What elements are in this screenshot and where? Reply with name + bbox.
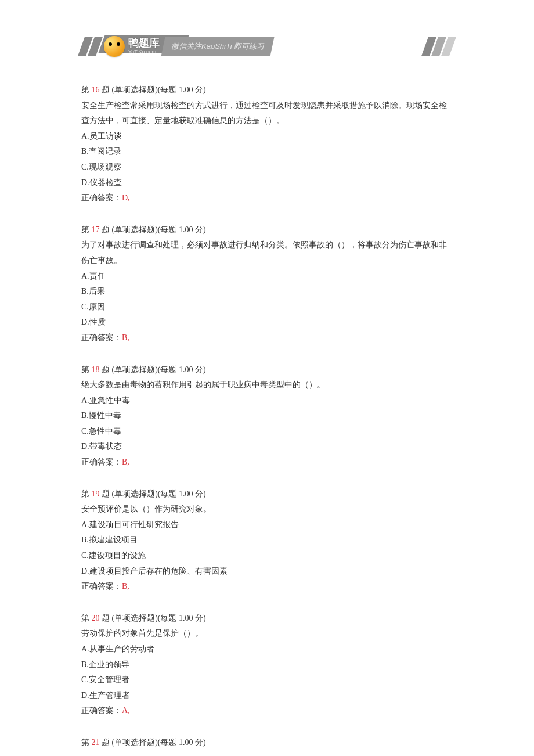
answer-line: 正确答案：A,	[81, 703, 453, 719]
question-option: A.责任	[81, 269, 453, 285]
left-stripes-decoration	[81, 37, 99, 56]
answer-label: 正确答案：	[81, 706, 122, 715]
answer-line: 正确答案：B,	[81, 579, 453, 595]
slogan-text: 微信关注KaoShiTi 即可练习	[171, 39, 264, 54]
question-stem: 绝大多数是由毒物的蓄积作用引起的属于职业病中毒类型中的（）。	[81, 377, 453, 393]
question-number: 18	[92, 365, 100, 374]
question-number: 17	[92, 225, 100, 234]
question-option: B.查阅记录	[81, 144, 453, 160]
question-option: C.原因	[81, 300, 453, 315]
question-block: 第 19 题 (单项选择题)(每题 1.00 分) 安全预评价是以（）作为研究对…	[81, 487, 453, 595]
question-option: B.企业的领导	[81, 657, 453, 673]
logo-sub-text: YaTiKu.com	[128, 49, 160, 55]
answer-line: 正确答案：D,	[81, 190, 453, 206]
question-option: D.带毒状态	[81, 439, 453, 455]
question-option: B.后果	[81, 284, 453, 300]
question-suffix: 题 (单项选择题)(每题 1.00 分)	[102, 489, 206, 498]
question-option: D.性质	[81, 315, 453, 330]
answer-label: 正确答案：	[81, 193, 122, 202]
question-stem: 安全预评价是以（）作为研究对象。	[81, 502, 453, 517]
question-suffix: 题 (单项选择题)(每题 1.00 分)	[102, 225, 206, 234]
slogan-bar: 微信关注KaoShiTi 即可练习	[161, 37, 275, 56]
question-suffix: 题 (单项选择题)(每题 1.00 分)	[102, 365, 206, 374]
logo-section: 鸭题库 YaTiKu.com	[104, 36, 160, 57]
answer-label: 正确答案：	[81, 333, 122, 342]
question-prefix: 第	[81, 225, 89, 234]
answer-value: B,	[122, 582, 129, 591]
content-area: 第 16 题 (单项选择题)(每题 1.00 分) 安全生产检查常采用现场检查的…	[0, 62, 534, 756]
question-header: 第 18 题 (单项选择题)(每题 1.00 分)	[81, 362, 453, 378]
question-option: C.急性中毒	[81, 424, 453, 440]
answer-line: 正确答案：B,	[81, 455, 453, 470]
duck-logo-icon	[104, 36, 125, 57]
question-block: 第 20 题 (单项选择题)(每题 1.00 分) 劳动保护的对象首先是保护（）…	[81, 611, 453, 719]
question-prefix: 第	[81, 85, 89, 94]
question-option: C.建设项目的设施	[81, 548, 453, 564]
question-option: D.生产管理者	[81, 688, 453, 704]
logo-text: 鸭题库 YaTiKu.com	[128, 38, 160, 55]
question-header: 第 20 题 (单项选择题)(每题 1.00 分)	[81, 611, 453, 627]
question-number: 20	[92, 614, 100, 622]
question-suffix: 题 (单项选择题)(每题 1.00 分)	[102, 738, 206, 747]
question-suffix: 题 (单项选择题)(每题 1.00 分)	[102, 614, 206, 622]
answer-value: B,	[122, 333, 129, 342]
question-block: 第 18 题 (单项选择题)(每题 1.00 分) 绝大多数是由毒物的蓄积作用引…	[81, 362, 453, 470]
question-header: 第 19 题 (单项选择题)(每题 1.00 分)	[81, 487, 453, 502]
question-option: D.建设项目投产后存在的危险、有害因素	[81, 564, 453, 579]
question-number: 21	[92, 738, 100, 747]
answer-label: 正确答案：	[81, 582, 122, 591]
header-bar: 鸭题库 YaTiKu.com 微信关注KaoShiTi 即可练习	[0, 35, 534, 58]
question-stem: 安全生产检查常采用现场检查的方式进行，通过检查可及时发现隐患并采取措施予以消除。…	[81, 98, 453, 129]
question-option: B.慢性中毒	[81, 408, 453, 424]
question-header: 第 17 题 (单项选择题)(每题 1.00 分)	[81, 222, 453, 238]
answer-value: D,	[122, 193, 130, 202]
question-option: A.员工访谈	[81, 129, 453, 145]
question-option: A.建设项目可行性研究报告	[81, 517, 453, 533]
question-suffix: 题 (单项选择题)(每题 1.00 分)	[102, 85, 206, 94]
right-stripes-decoration	[425, 37, 453, 56]
question-header: 第 16 题 (单项选择题)(每题 1.00 分)	[81, 82, 453, 98]
question-option: B.拟建建设项目	[81, 532, 453, 548]
question-stem: 劳动保护的对象首先是保护（）。	[81, 626, 453, 642]
answer-line: 正确答案：B,	[81, 330, 453, 346]
question-prefix: 第	[81, 738, 89, 747]
question-option: D.仪器检查	[81, 175, 453, 191]
question-block: 第 17 题 (单项选择题)(每题 1.00 分) 为了对事故进行调查和处理，必…	[81, 222, 453, 346]
logo-main-text: 鸭题库	[128, 38, 160, 49]
question-prefix: 第	[81, 489, 89, 498]
answer-value: B,	[122, 458, 129, 466]
question-number: 16	[92, 85, 100, 94]
question-option: C.安全管理者	[81, 672, 453, 688]
question-option: C.现场观察	[81, 160, 453, 175]
question-prefix: 第	[81, 614, 89, 622]
question-block: 第 16 题 (单项选择题)(每题 1.00 分) 安全生产检查常采用现场检查的…	[81, 82, 453, 206]
question-header: 第 21 题 (单项选择题)(每题 1.00 分)	[81, 735, 453, 751]
question-option: A.从事生产的劳动者	[81, 642, 453, 657]
question-number: 19	[92, 489, 100, 498]
answer-value: A,	[122, 706, 130, 715]
answer-label: 正确答案：	[81, 458, 122, 466]
question-block: 第 21 题 (单项选择题)(每题 1.00 分)	[81, 735, 453, 751]
question-stem: 为了对事故进行调查和处理，必须对事故进行归纳和分类。依照事故的（），将事故分为伤…	[81, 237, 453, 268]
question-option: A.亚急性中毒	[81, 393, 453, 409]
question-prefix: 第	[81, 365, 89, 374]
